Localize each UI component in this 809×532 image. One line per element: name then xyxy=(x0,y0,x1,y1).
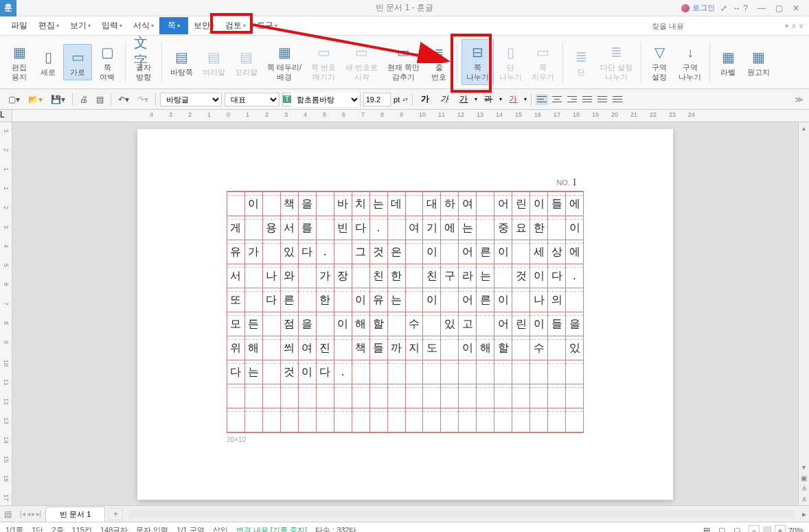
align-distribute-button[interactable] xyxy=(596,94,608,105)
grid-cell[interactable]: 이 xyxy=(299,360,317,384)
align-center-button[interactable] xyxy=(551,94,563,105)
grid-cell[interactable]: 나 xyxy=(263,264,281,288)
grid-cell[interactable]: 까 xyxy=(388,336,406,360)
grid-cell[interactable] xyxy=(281,384,299,408)
print-button[interactable]: 🖨 xyxy=(77,93,91,106)
grid-cell[interactable]: 를 xyxy=(299,216,317,240)
grid-cell[interactable] xyxy=(441,384,459,408)
ribbon-구역설정[interactable]: ▽구역 설정 xyxy=(646,40,673,84)
grid-cell[interactable]: 또 xyxy=(227,288,245,312)
menu-보기[interactable]: 보기 ▾ xyxy=(65,17,96,34)
grid-cell[interactable]: 수 xyxy=(406,312,424,336)
grid-cell[interactable] xyxy=(299,408,317,432)
grid-cell[interactable]: 이 xyxy=(566,216,584,240)
grid-cell[interactable]: 책 xyxy=(281,192,299,216)
grid-cell[interactable]: 다 xyxy=(263,288,281,312)
grid-cell[interactable] xyxy=(406,264,424,288)
grid-cell[interactable]: 데 xyxy=(388,192,406,216)
grid-cell[interactable] xyxy=(494,408,512,432)
grid-cell[interactable] xyxy=(548,408,566,432)
grid-cell[interactable] xyxy=(441,408,459,432)
grid-cell[interactable] xyxy=(477,312,494,336)
grid-cell[interactable]: 가 xyxy=(317,264,334,288)
tab-next-button[interactable]: ▸ xyxy=(32,510,35,518)
grid-cell[interactable]: 든 xyxy=(245,312,263,336)
grid-cell[interactable]: 이 xyxy=(352,288,370,312)
grid-cell[interactable]: 장 xyxy=(334,264,352,288)
scrollbar-horizontal[interactable] xyxy=(128,510,794,518)
grid-cell[interactable] xyxy=(263,240,281,264)
grid-cell[interactable]: 이 xyxy=(245,192,263,216)
grid-cell[interactable]: 른 xyxy=(281,288,299,312)
open-button[interactable]: 📂▾ xyxy=(25,93,45,106)
view-mode-3-icon[interactable]: ▢ xyxy=(733,526,740,532)
grid-cell[interactable]: 다 xyxy=(317,360,334,384)
grid-cell[interactable]: 해 xyxy=(477,336,494,360)
grid-cell[interactable] xyxy=(406,408,424,432)
grid-cell[interactable]: 할 xyxy=(370,312,388,336)
grid-cell[interactable]: 한 xyxy=(317,288,334,312)
grid-cell[interactable] xyxy=(334,408,352,432)
grid-cell[interactable]: 요 xyxy=(512,216,530,240)
grid-cell[interactable] xyxy=(566,408,584,432)
grid-cell[interactable]: 을 xyxy=(299,312,317,336)
ribbon-쪽나누기[interactable]: ⊟쪽 나누기 xyxy=(462,39,494,84)
preview-button[interactable]: ▤ xyxy=(93,93,106,106)
ribbon-구역나누기[interactable]: ↓구역 나누기 xyxy=(674,40,705,84)
grid-cell[interactable] xyxy=(423,384,441,408)
grid-cell[interactable] xyxy=(477,408,494,432)
grid-cell[interactable]: 어 xyxy=(459,240,477,264)
scroll-page-up-icon[interactable]: ≙ xyxy=(799,483,809,494)
menu-쪽[interactable]: 쪽 ▾ xyxy=(159,17,188,34)
ribbon-줄번호[interactable]: ≡줄 번호 xyxy=(425,40,453,84)
grid-cell[interactable]: 것 xyxy=(370,240,388,264)
grid-cell[interactable]: 다 xyxy=(352,216,370,240)
grid-cell[interactable]: 어 xyxy=(459,288,477,312)
grid-cell[interactable] xyxy=(459,384,477,408)
view-mode-2-icon[interactable]: ▢ xyxy=(718,526,725,532)
grid-cell[interactable] xyxy=(263,192,281,216)
scroll-up-button[interactable]: ▴ xyxy=(799,122,809,133)
bold-button[interactable]: 가 xyxy=(417,92,433,106)
grid-cell[interactable] xyxy=(459,408,477,432)
grid-cell[interactable]: 린 xyxy=(512,192,530,216)
grid-cell[interactable]: 구 xyxy=(441,264,459,288)
ribbon-라벨[interactable]: ▦라벨 xyxy=(714,45,742,80)
grid-cell[interactable]: 에 xyxy=(566,192,584,216)
grid-cell[interactable]: 모 xyxy=(227,312,245,336)
grid-cell[interactable] xyxy=(317,216,334,240)
grid-cell[interactable]: 것 xyxy=(281,360,299,384)
grid-cell[interactable] xyxy=(245,264,263,288)
grid-cell[interactable] xyxy=(388,312,406,336)
underline-button[interactable]: 가 xyxy=(455,92,472,106)
grid-cell[interactable] xyxy=(388,216,406,240)
grid-cell[interactable]: . xyxy=(370,216,388,240)
grid-cell[interactable]: 들 xyxy=(548,312,566,336)
grid-cell[interactable]: 들 xyxy=(370,336,388,360)
grid-cell[interactable] xyxy=(512,288,530,312)
grid-cell[interactable] xyxy=(245,288,263,312)
save-button[interactable]: 💾▾ xyxy=(48,93,68,106)
grid-cell[interactable] xyxy=(281,408,299,432)
ribbon-편집용지[interactable]: ▦편집 용지 xyxy=(5,40,33,84)
zoom-fit-icon[interactable]: ⬜ xyxy=(762,526,772,532)
grid-cell[interactable]: 한 xyxy=(388,264,406,288)
grid-cell[interactable]: 지 xyxy=(406,336,424,360)
grid-cell[interactable]: 이 xyxy=(494,288,512,312)
grid-cell[interactable] xyxy=(317,312,334,336)
grid-cell[interactable]: 진 xyxy=(317,336,334,360)
grid-cell[interactable] xyxy=(263,360,281,384)
grid-cell[interactable] xyxy=(566,384,584,408)
grid-cell[interactable]: 있 xyxy=(441,312,459,336)
document-canvas[interactable]: NO. 1 이 책을 바치는데 대하여 어린이들에게 용서를 빈다. 여기에는 … xyxy=(12,122,798,505)
grid-cell[interactable]: 린 xyxy=(512,312,530,336)
ribbon-원고지[interactable]: ▦원고지 xyxy=(743,45,774,80)
grid-cell[interactable] xyxy=(334,240,352,264)
style-select[interactable]: 바탕글 xyxy=(160,93,222,106)
grid-cell[interactable]: 유 xyxy=(370,288,388,312)
grid-cell[interactable] xyxy=(299,384,317,408)
redo-button[interactable]: ↷▾ xyxy=(135,93,151,106)
grid-cell[interactable] xyxy=(441,288,459,312)
grid-cell[interactable]: 은 xyxy=(388,240,406,264)
grid-cell[interactable]: 씌 xyxy=(281,336,299,360)
